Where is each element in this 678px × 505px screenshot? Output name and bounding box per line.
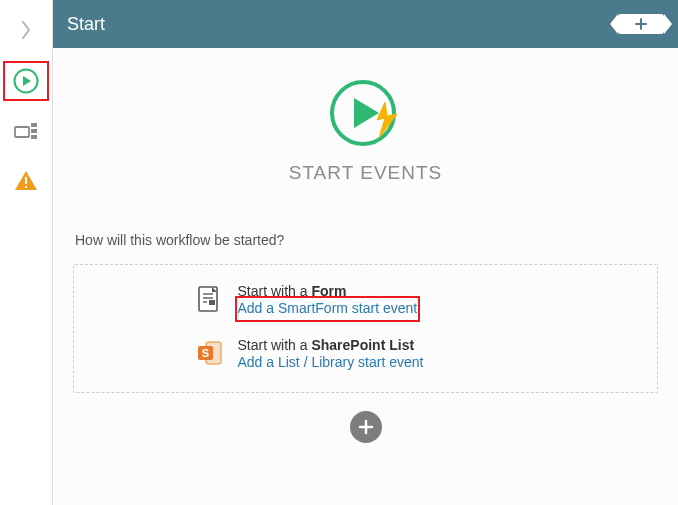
svg-rect-4 <box>31 135 37 139</box>
option-sharepoint-title: Start with a SharePoint List <box>238 337 424 353</box>
svg-text:S: S <box>201 347 208 359</box>
warning-icon <box>14 170 38 192</box>
page-title: Start <box>67 14 105 35</box>
content-area: START EVENTS How will this workflow be s… <box>53 48 678 505</box>
states-icon <box>14 121 38 141</box>
collapse-chevron[interactable] <box>0 10 52 50</box>
section-title: START EVENTS <box>289 162 442 184</box>
add-list-link[interactable]: Add a List / Library start event <box>238 353 424 373</box>
svg-rect-2 <box>31 123 37 127</box>
svg-rect-5 <box>25 177 27 184</box>
start-events-icon <box>327 78 405 148</box>
svg-rect-12 <box>209 300 215 305</box>
sharepoint-icon: S <box>196 339 224 367</box>
plus-icon <box>635 18 647 30</box>
form-icon <box>196 285 224 313</box>
option-form: Start with a Form Add a SmartForm start … <box>196 283 536 319</box>
header-badge[interactable] <box>618 14 664 34</box>
option-form-title: Start with a Form <box>238 283 418 299</box>
options-box: Start with a Form Add a SmartForm start … <box>73 264 658 393</box>
option-sharepoint: S Start with a SharePoint List Add a Lis… <box>196 337 536 373</box>
svg-rect-3 <box>31 129 37 133</box>
sidebar-item-start[interactable] <box>4 62 48 100</box>
sidebar-item-states[interactable] <box>4 112 48 150</box>
sidebar-item-errors[interactable] <box>4 162 48 200</box>
question-text: How will this workflow be started? <box>73 232 284 248</box>
svg-rect-1 <box>15 127 29 137</box>
play-icon <box>13 68 39 94</box>
header-bar: Start <box>53 0 678 48</box>
svg-rect-6 <box>25 186 27 188</box>
add-smartform-link[interactable]: Add a SmartForm start event <box>238 299 418 319</box>
sidebar <box>0 0 53 505</box>
plus-icon <box>358 419 374 435</box>
main-panel: Start START EVENTS How will this workflo… <box>53 0 678 505</box>
add-button[interactable] <box>350 411 382 443</box>
